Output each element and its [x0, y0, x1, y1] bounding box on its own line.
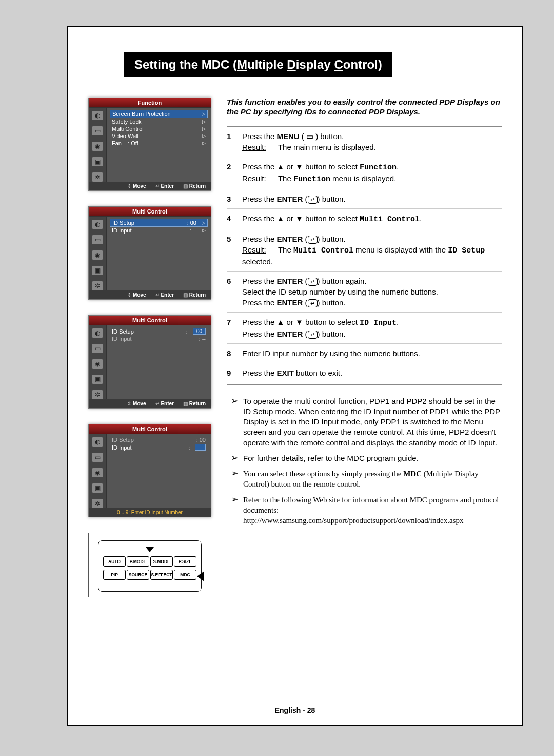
input-icon: ▭ — [92, 344, 103, 353]
step: 1 Press the MENU ( ▭ ) button.Result: Th… — [227, 127, 502, 157]
sound-icon: ◉ — [92, 250, 103, 260]
step-body: Enter ID input number by using the numer… — [242, 348, 502, 359]
step-number: 2 — [227, 161, 242, 185]
osd-sidebar: ◐ ▭ ◉ ▣ ✲ — [89, 325, 107, 399]
sound-icon: ◉ — [92, 359, 103, 369]
osd-function: Function ◐ ▭ ◉ ▣ ✲ Screen Burn Protectio… — [88, 98, 211, 191]
picture-icon: ◐ — [92, 111, 103, 120]
osd-list: ID Setup:00 ID Input: -- — [107, 325, 211, 399]
step-body: Press the ▲ or ▼ button to select ID Inp… — [242, 317, 502, 339]
osd-row: Screen Burn Protection▷ — [110, 110, 208, 118]
setup-icon: ✲ — [92, 281, 103, 290]
picture-icon: ◐ — [92, 437, 103, 447]
note: ➢ For further details, refer to the MDC … — [231, 453, 502, 463]
note: ➢ You can select these options by simply… — [231, 469, 502, 490]
osd-row: ID Input:-- — [110, 443, 208, 451]
remote-btn-pip: PIP — [103, 570, 126, 580]
right-column: This function enables you to easily cont… — [227, 98, 502, 597]
osd-multicontrol-3: Multi Control ◐ ▭ ◉ ▣ ✲ ID Setup: 00 ID … — [88, 424, 211, 517]
remote-btn-psize: P.SIZE — [174, 556, 196, 567]
input-icon: ▭ — [92, 235, 103, 244]
input-icon: ▭ — [92, 126, 103, 135]
osd-title: Function — [89, 98, 211, 108]
sound-icon: ◉ — [92, 468, 103, 477]
step-number: 1 — [227, 131, 242, 152]
step-number: 9 — [227, 367, 242, 378]
step: 8 Enter ID input number by using the num… — [227, 344, 502, 363]
note-text: Refer to the following Web site for info… — [243, 495, 502, 526]
intro-text: This function enables you to easily cont… — [227, 98, 502, 117]
osd-footer: ⇕ Move ↵ Enter ▥ Return — [89, 182, 211, 190]
osd-footer: ⇕ Move ↵ Enter ▥ Return — [89, 399, 211, 408]
step-body: Press the ENTER (↵) button. — [242, 193, 502, 204]
remote-btn-mdc: MDC — [174, 570, 196, 580]
sound-icon: ◉ — [92, 142, 103, 151]
pip-icon: ▣ — [92, 375, 103, 384]
pip-icon: ▣ — [92, 266, 103, 275]
osd-multicontrol-2: Multi Control ◐ ▭ ◉ ▣ ✲ ID Setup:00 ID I… — [88, 315, 211, 409]
osd-row: ID Input: -- — [110, 335, 208, 342]
note: ➢ To operate the multi control function,… — [231, 396, 502, 448]
setup-icon: ✲ — [92, 172, 103, 182]
remote-btn-seffect: S.EFFECT — [150, 570, 173, 580]
note-arrow-icon: ➢ — [231, 453, 243, 463]
step: 7 Press the ▲ or ▼ button to select ID I… — [227, 313, 502, 344]
step: 3 Press the ENTER (↵) button. — [227, 189, 502, 209]
step: 4 Press the ▲ or ▼ button to select Mult… — [227, 209, 502, 229]
indicator-arrow-icon — [197, 571, 204, 581]
osd-row: ID Input: --▷ — [110, 227, 208, 234]
step: 2 Press the ▲ or ▼ button to select Func… — [227, 157, 502, 189]
note-arrow-icon: ➢ — [231, 469, 243, 490]
osd-sidebar: ◐ ▭ ◉ ▣ ✲ — [89, 108, 107, 182]
osd-row: Multi Control▷ — [110, 125, 208, 132]
remote-btn-smode: S.MODE — [150, 556, 173, 567]
result-label: Result: — [242, 244, 272, 255]
step: 5 Press the ENTER (↵) button.Result: The… — [227, 229, 502, 272]
step-number: 6 — [227, 276, 242, 308]
notes-block: ➢ To operate the multi control function,… — [227, 384, 502, 526]
osd-row: ID Setup: 00 — [110, 436, 208, 443]
pip-icon: ▣ — [92, 157, 103, 166]
osd-list: ID Setup: 00▷ ID Input: --▷ — [107, 217, 211, 290]
pip-icon: ▣ — [92, 483, 103, 493]
remote-btn-source: SOURCE — [127, 570, 149, 580]
step-number: 8 — [227, 348, 242, 359]
osd-title: Multi Control — [89, 207, 211, 217]
input-icon: ▭ — [92, 453, 103, 462]
osd-footer: ⇕ Move ↵ Enter ▥ Return — [89, 290, 211, 299]
osd-row: Safety Lock▷ — [110, 118, 208, 125]
osd-sidebar: ◐ ▭ ◉ ▣ ✲ — [89, 434, 107, 508]
left-column: Function ◐ ▭ ◉ ▣ ✲ Screen Burn Protectio… — [88, 98, 211, 597]
step: 9 Press the EXIT button to exit. — [227, 363, 502, 382]
picture-icon: ◐ — [92, 220, 103, 229]
page-footer: English - 28 — [275, 706, 315, 714]
note-arrow-icon: ➢ — [231, 495, 243, 526]
step-number: 4 — [227, 213, 242, 225]
osd-sidebar: ◐ ▭ ◉ ▣ ✲ — [89, 217, 107, 290]
step-body: Press the ENTER (↵) button.Result: The M… — [242, 234, 502, 267]
osd-list: ID Setup: 00 ID Input:-- — [107, 434, 211, 508]
osd-row: ID Setup: 00▷ — [110, 219, 208, 227]
result-label: Result: — [242, 173, 272, 184]
note-text: To operate the multi control function, P… — [243, 396, 502, 448]
step-body: Press the EXIT button to exit. — [242, 367, 502, 378]
remote-row: AUTO P.MODE S.MODE P.SIZE — [103, 556, 197, 567]
osd-row: ID Setup:00 — [110, 327, 208, 335]
setup-icon: ✲ — [92, 499, 103, 508]
osd-multicontrol-1: Multi Control ◐ ▭ ◉ ▣ ✲ ID Setup: 00▷ ID… — [88, 206, 211, 300]
page-inner: Setting the MDC (Multiple Display Contro… — [67, 26, 523, 726]
step-body: Press the ENTER (↵) button again.Select … — [242, 276, 502, 308]
note: ➢ Refer to the following Web site for in… — [231, 495, 502, 526]
down-arrow-icon — [146, 547, 154, 552]
osd-title: Multi Control — [89, 424, 211, 434]
remote-diagram: AUTO P.MODE S.MODE P.SIZE PIP SOURCE S.E… — [88, 533, 211, 597]
osd-footer: 0 .. 9: Enter ID Input Number — [89, 508, 211, 517]
steps-list: 1 Press the MENU ( ▭ ) button.Result: Th… — [227, 126, 502, 382]
page-title: Setting the MDC (Multiple Display Contro… — [124, 52, 392, 77]
osd-title: Multi Control — [89, 316, 211, 325]
remote-btn-pmode: P.MODE — [127, 556, 149, 567]
osd-list: Screen Burn Protection▷ Safety Lock▷ Mul… — [107, 108, 211, 182]
remote-btn-auto: AUTO — [103, 556, 126, 567]
step-number: 5 — [227, 234, 242, 267]
step-body: Press the MENU ( ▭ ) button.Result: The … — [242, 131, 502, 152]
